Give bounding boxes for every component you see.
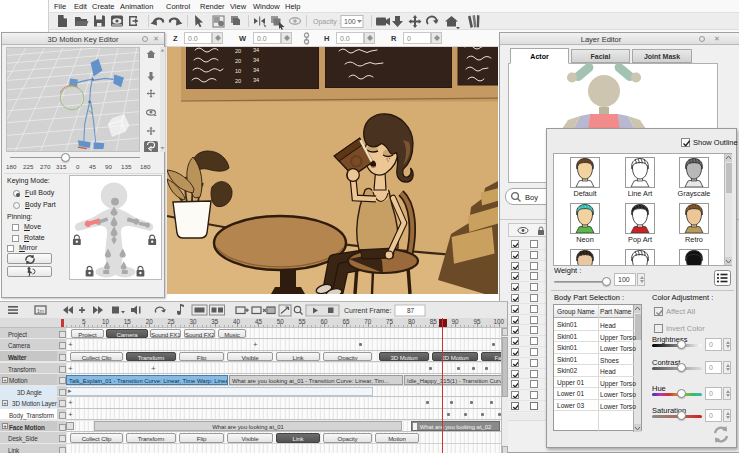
svg-text:34: 34 <box>253 67 259 73</box>
svg-text:87: 87 <box>407 307 415 314</box>
svg-text:20: 20 <box>235 78 241 84</box>
svg-text:Opacity :: Opacity : <box>313 18 341 26</box>
svg-text:Current Frame:: Current Frame: <box>344 307 392 314</box>
svg-text:34: 34 <box>253 57 259 63</box>
svg-text:20: 20 <box>235 58 241 64</box>
svg-text:10: 10 <box>235 68 241 74</box>
svg-text:20: 20 <box>235 48 241 54</box>
svg-text:100: 100 <box>344 18 356 25</box>
svg-text:1m: 1m <box>37 308 44 314</box>
svg-text:34: 34 <box>253 77 259 83</box>
svg-text:34: 34 <box>253 47 259 53</box>
